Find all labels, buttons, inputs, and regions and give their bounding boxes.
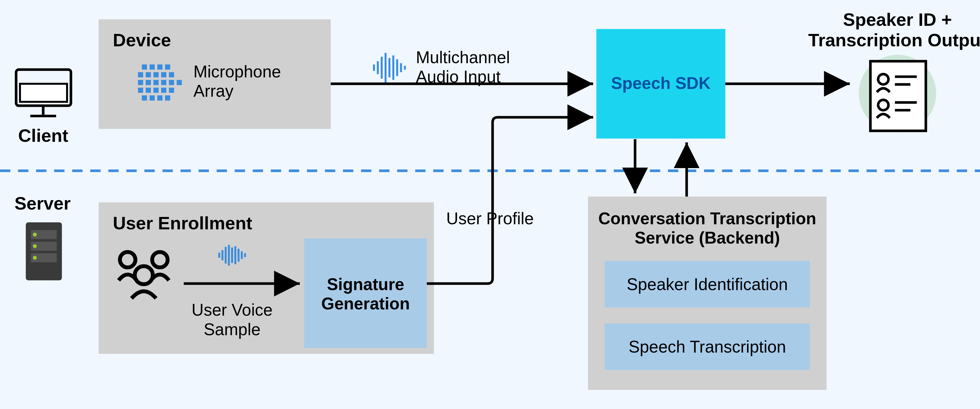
sig-gen-2: Generation <box>321 294 410 313</box>
svg-rect-26 <box>169 80 174 85</box>
mic-label-2: Array <box>194 81 234 100</box>
svg-rect-32 <box>169 87 174 93</box>
svg-rect-48 <box>870 61 926 131</box>
user-enrollment-title: User Enrollment <box>113 213 252 233</box>
server-label: Server <box>14 193 71 213</box>
user-enrollment-box: User Enrollment User Voice Sample Signat… <box>99 202 434 354</box>
device-title: Device <box>113 30 171 50</box>
sig-gen-1: Signature <box>327 275 404 294</box>
speech-trans-label: Speech Transcription <box>628 338 786 356</box>
svg-rect-35 <box>157 95 162 101</box>
svg-rect-28 <box>138 87 143 93</box>
svg-rect-19 <box>153 72 159 77</box>
svg-rect-13 <box>142 64 147 70</box>
svg-rect-22 <box>138 80 143 85</box>
svg-rect-24 <box>153 80 159 85</box>
audio-input-label-1: Multichannel <box>416 48 510 67</box>
backend-box: Conversation Transcription Service (Back… <box>588 197 827 390</box>
svg-rect-18 <box>146 72 151 77</box>
speech-sdk-label: Speech SDK <box>611 74 711 93</box>
audio-waveform-icon <box>374 53 405 82</box>
server-rack-icon <box>26 222 62 281</box>
voice-sample-label-2: Sample <box>204 320 261 339</box>
speech-sdk-box: Speech SDK <box>597 29 725 138</box>
mic-label-1: Microphone <box>194 62 281 81</box>
svg-rect-21 <box>169 72 174 77</box>
speaker-id-label: Speaker Identification <box>627 275 788 294</box>
svg-rect-23 <box>146 80 151 85</box>
svg-rect-30 <box>153 87 159 93</box>
svg-rect-15 <box>157 64 162 70</box>
svg-rect-36 <box>165 95 170 101</box>
svg-rect-34 <box>150 95 155 101</box>
svg-rect-29 <box>146 87 151 93</box>
svg-rect-1 <box>20 84 67 102</box>
arrow-siggen-to-sdk <box>427 117 593 283</box>
output-title-1: Speaker ID + <box>843 10 952 30</box>
architecture-diagram: Client Server Device Microphone Array <box>0 0 980 409</box>
svg-point-10 <box>33 256 37 260</box>
svg-point-6 <box>33 233 37 236</box>
svg-rect-17 <box>138 72 143 77</box>
svg-rect-16 <box>165 64 170 70</box>
voice-sample-label-1: User Voice <box>192 301 273 319</box>
backend-title-2: Service (Backend) <box>635 228 780 247</box>
user-profile-label: User Profile <box>446 209 534 228</box>
svg-rect-14 <box>150 64 155 70</box>
svg-rect-33 <box>142 95 147 101</box>
monitor-icon <box>16 70 71 116</box>
device-box: Device Microphone Array <box>99 19 331 129</box>
output-title-2: Transcription Output <box>808 30 980 50</box>
svg-rect-27 <box>177 80 182 85</box>
svg-rect-20 <box>161 72 166 77</box>
backend-title-1: Conversation Transcription <box>598 209 816 228</box>
svg-rect-31 <box>161 87 166 93</box>
output-icon <box>859 55 936 132</box>
svg-rect-25 <box>161 80 166 85</box>
client-label: Client <box>18 125 68 146</box>
svg-point-8 <box>33 244 37 248</box>
